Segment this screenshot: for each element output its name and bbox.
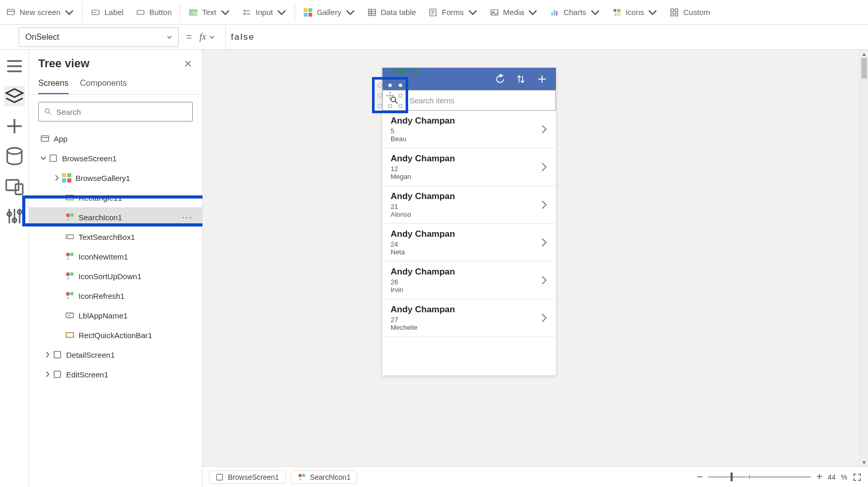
svg-rect-57	[62, 178, 66, 182]
node-label: EditScreen1	[66, 370, 109, 379]
scroll-thumb[interactable]	[861, 58, 867, 79]
list-item[interactable]: Andy Champan21Alonso	[382, 186, 556, 224]
tree-node-browsescreen1[interactable]: BrowseScreen1	[29, 148, 202, 168]
node-label: Rectangle11	[79, 193, 122, 202]
scroll-up-arrow[interactable]: ▲	[860, 50, 868, 58]
tree-node-iconsortupdown1[interactable]: IconSortUpDown1	[29, 266, 202, 286]
search-icon	[44, 108, 52, 116]
list-item[interactable]: Andy Champan12Megan	[382, 148, 556, 186]
fx-button[interactable]: fx	[199, 32, 225, 42]
scroll-down-arrow[interactable]: ▼	[860, 458, 868, 466]
insert-forms-menu[interactable]: Forms	[422, 0, 484, 25]
zoom-in-button[interactable]: +	[816, 471, 823, 483]
fit-icon[interactable]	[853, 473, 862, 482]
add-icon[interactable]	[536, 73, 548, 85]
button-icon	[136, 8, 145, 17]
svg-rect-32	[671, 13, 674, 16]
tab-components[interactable]: Components	[80, 74, 127, 94]
svg-rect-67	[70, 272, 73, 276]
svg-rect-28	[617, 9, 620, 12]
layers-icon	[4, 86, 25, 106]
chevron-right-icon	[44, 352, 51, 358]
item-name: Andy Champan	[391, 229, 548, 239]
breadcrumb-screen[interactable]: BrowseScreen1	[209, 470, 286, 484]
bottom-bar: BrowseScreen1 SearchIcon1 − + 44 %	[203, 466, 868, 487]
svg-rect-72	[54, 352, 61, 358]
close-icon[interactable]	[183, 59, 193, 68]
tree-node-iconnewitem1[interactable]: IconNewItem1	[29, 247, 202, 266]
new-screen-menu[interactable]: New screen	[0, 0, 80, 25]
svg-point-83	[298, 474, 301, 477]
label-text: Label	[104, 8, 123, 17]
canvas-area[interactable]: Table1 Search	[203, 50, 868, 466]
left-rail	[0, 50, 29, 487]
tree-node-lblappname1[interactable]: LblAppName1	[29, 306, 202, 325]
insert-button[interactable]: Button	[130, 0, 178, 25]
insert-text-menu[interactable]: Abc Text	[182, 0, 236, 25]
svg-rect-65	[70, 253, 73, 256]
svg-rect-3	[137, 10, 144, 14]
formula-input[interactable]: false	[225, 25, 868, 49]
insert-input-menu[interactable]: Input	[236, 0, 292, 25]
breadcrumb-control[interactable]: SearchIcon1	[291, 470, 358, 484]
insert-custom-menu[interactable]: Custom	[663, 0, 716, 25]
input-icon	[242, 8, 252, 17]
tab-screens[interactable]: Screens	[38, 74, 69, 94]
node-label: BrowseGallery1	[75, 174, 130, 182]
list-item[interactable]: Andy Champan27Mechelle	[382, 299, 556, 337]
list-item[interactable]: Andy Champan5Beau	[382, 111, 556, 148]
tree-node-rectangle11[interactable]: Rectangle11	[29, 188, 202, 207]
svg-rect-61	[70, 214, 73, 217]
zoom-out-button[interactable]: −	[697, 471, 703, 483]
canvas-scrollbar[interactable]: ▲ ▼	[860, 50, 868, 466]
tree-search-input[interactable]	[56, 108, 187, 116]
insert-datatable[interactable]: Data table	[361, 0, 422, 25]
tree-node-app[interactable]: App	[29, 129, 202, 148]
chevron-down-icon	[468, 8, 477, 17]
search-icon-control[interactable]	[383, 90, 406, 110]
insert-label[interactable]: Label	[85, 0, 130, 25]
chevron-down-icon	[40, 155, 47, 161]
refresh-icon[interactable]	[495, 74, 505, 84]
datatable-label: Data table	[381, 8, 416, 17]
textinput-icon	[65, 232, 74, 241]
tree-search[interactable]	[38, 102, 193, 121]
search-row: Search items	[382, 90, 556, 111]
svg-rect-84	[302, 474, 305, 477]
tree-node-iconrefresh1[interactable]: IconRefresh1	[29, 286, 202, 306]
item-who: Mechelle	[391, 324, 548, 331]
tree-title: Tree view	[38, 57, 89, 70]
insert-gallery-menu[interactable]: Gallery	[297, 0, 361, 25]
tree-node-textsearchbox1[interactable]: TextSearchBox1	[29, 227, 202, 247]
more-button[interactable]: ···	[182, 212, 197, 223]
insert-icons-menu[interactable]: Icons	[606, 0, 664, 25]
node-label: BrowseScreen1	[62, 154, 117, 163]
button-text: Button	[149, 8, 172, 17]
tree-node-browsegallery1[interactable]: BrowseGallery1	[29, 168, 202, 188]
list-item[interactable]: Andy Champan26Irvin	[382, 262, 556, 299]
text-label: Text	[202, 8, 216, 17]
tree-view-button[interactable]	[4, 86, 25, 106]
insert-charts-menu[interactable]: Charts	[544, 0, 606, 25]
tree-node-rectquickactionbar1[interactable]: RectQuickActionBar1	[29, 325, 202, 345]
tree-node-detailscreen1[interactable]: DetailScreen1	[29, 345, 202, 364]
hamburger-button[interactable]	[4, 56, 25, 77]
settings-button[interactable]	[4, 206, 25, 226]
insert-button[interactable]	[4, 116, 25, 136]
zoom-slider[interactable]	[708, 476, 811, 478]
custom-label: Custom	[683, 8, 710, 17]
chevron-down-icon	[221, 8, 230, 17]
search-items-input[interactable]: Search items	[406, 90, 555, 110]
node-label: RectQuickActionBar1	[79, 331, 152, 340]
tree-node-editscreen1[interactable]: EditScreen1	[29, 364, 202, 384]
tree-node-searchicon1[interactable]: SearchIcon1 ···	[29, 207, 202, 227]
list-item[interactable]: Andy Champan24Neta	[382, 224, 556, 262]
svg-rect-52	[41, 136, 49, 142]
sort-icon[interactable]	[516, 74, 526, 84]
data-button[interactable]	[4, 146, 25, 166]
chevron-right-icon	[540, 275, 548, 285]
media-button[interactable]	[4, 176, 25, 196]
svg-rect-33	[675, 13, 678, 16]
property-dropdown[interactable]: OnSelect	[19, 27, 179, 47]
insert-media-menu[interactable]: Media	[484, 0, 544, 25]
